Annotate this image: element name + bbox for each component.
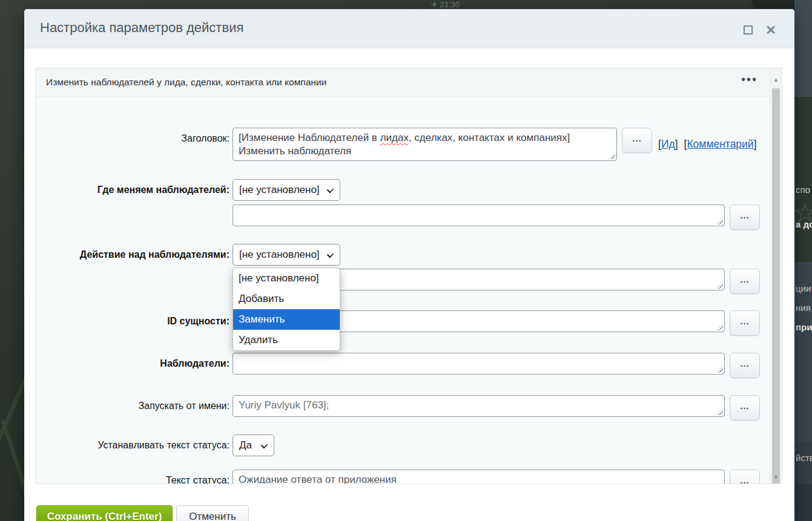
dropdown-option-add[interactable]: Добавить — [233, 289, 340, 309]
vertical-scrollbar[interactable]: ▲ ▼ — [770, 68, 782, 483]
cancel-button[interactable]: Отменить — [176, 505, 249, 521]
bracket: ] — [675, 138, 678, 150]
field-row-action: Действие над наблюдателями: [не установл… — [36, 244, 340, 266]
save-button[interactable]: Сохранить (Ctrl+Enter) — [36, 505, 173, 521]
set-status-value: Да — [239, 439, 252, 451]
run-as-label: Запускать от имени: — [36, 395, 229, 417]
insert-links: [Ид][Комментарий] — [658, 138, 757, 151]
background-text-fragment: а до — [796, 219, 812, 229]
action-section-header: Изменить наблюдателей у лида, сделки, ко… — [36, 68, 782, 97]
title-text: , сделках, контактах и компаниях] — [409, 132, 570, 143]
title-more-button[interactable]: ... — [622, 128, 652, 153]
set-status-label: Устанавливать текст статуса: — [36, 434, 229, 456]
resize-handle-icon[interactable] — [716, 218, 723, 224]
entity-id-more-button[interactable]: ... — [730, 310, 760, 336]
title-text: [Изменение Наблюдателей в — [239, 132, 380, 143]
observers-label: Наблюдатели: — [36, 353, 229, 375]
status-textarea[interactable]: Ожидание ответа от приложения — [233, 470, 725, 484]
background-text-fragment: при — [796, 322, 812, 332]
action-form-panel: Изменить наблюдателей у лида, сделки, ко… — [35, 68, 782, 484]
background-clock: ✈ 21:30 — [431, 0, 460, 9]
background-text-fragment: ния — [796, 303, 811, 313]
field-row-title: Заголовок: [Изменение Наблюдателей в лид… — [36, 128, 757, 161]
action-select-value: [не установлено] — [239, 249, 320, 261]
maximize-icon — [744, 25, 753, 34]
chevron-down-icon — [261, 442, 268, 448]
run-as-more-button[interactable]: ... — [730, 395, 760, 421]
resize-handle-icon[interactable] — [716, 324, 723, 330]
bracket: ] — [754, 138, 757, 150]
background-panel — [794, 0, 812, 97]
action-select-dropdown: [не установлено] Добавить Заменить Удали… — [233, 267, 340, 351]
resize-handle-icon[interactable] — [716, 408, 723, 415]
close-icon: ✕ — [765, 23, 776, 37]
run-as-textarea[interactable]: Yuriy Pavlyuk [763]; — [233, 395, 725, 417]
id-link[interactable]: Ид — [661, 138, 675, 150]
background-text-fragment: йств — [796, 453, 812, 463]
field-row-entity-id: ID сущности: ... — [36, 310, 760, 336]
dropdown-option-not-set[interactable]: [не установлено] — [233, 268, 340, 289]
section-menu-button[interactable]: ••• — [741, 73, 758, 87]
close-button[interactable]: ✕ — [764, 24, 777, 37]
action-settings-dialog: Настройка параметров действия ✕ Изменить… — [24, 9, 794, 521]
where-more-button[interactable]: ... — [730, 205, 760, 230]
resize-handle-icon[interactable] — [716, 366, 723, 373]
dropdown-option-delete[interactable]: Удалить — [233, 330, 340, 350]
field-row-observers: Наблюдатели: ... — [36, 353, 760, 378]
action-more-button[interactable]: ... — [730, 269, 760, 294]
field-row-where: Где меняем наблюдателей: [не установлено… — [36, 179, 340, 201]
where-select-value: [не установлено] — [239, 184, 320, 196]
spacer — [36, 269, 229, 290]
dialog-footer: Сохранить (Ctrl+Enter) Отменить — [24, 484, 794, 521]
status-text-label: Текст статуса: — [36, 470, 229, 484]
field-row-status-text: Текст статуса: Ожидание ответа от прилож… — [36, 470, 760, 484]
background-panel — [794, 484, 812, 521]
where-textarea[interactable] — [233, 205, 725, 226]
field-row-action-value: ... — [36, 269, 760, 294]
observers-more-button[interactable]: ... — [730, 353, 760, 378]
resize-handle-icon[interactable] — [716, 282, 723, 289]
background-panel — [794, 97, 812, 262]
set-status-select[interactable]: Да — [233, 434, 274, 456]
spacer — [36, 205, 229, 226]
comment-link[interactable]: Комментарий — [687, 138, 753, 150]
background-panel — [794, 442, 812, 484]
field-row-run-as: Запускать от имени: Yuriy Pavlyuk [763];… — [36, 395, 760, 421]
scroll-up-icon[interactable]: ▲ — [770, 76, 782, 83]
action-select[interactable]: [не установлено] — [233, 244, 340, 266]
where-select[interactable]: [не установлено] — [233, 179, 340, 201]
background-text-fragment: ции — [796, 283, 811, 293]
where-label: Где меняем наблюдателей: — [36, 179, 229, 201]
background-text-fragment: спо — [796, 185, 810, 195]
chevron-down-icon — [327, 186, 334, 193]
status-text-value: Ожидание ответа от приложения — [239, 474, 397, 484]
dialog-header: Настройка параметров действия ✕ — [24, 9, 794, 48]
background-menu-strip: ☆ спо а до ции ния при йств — [794, 0, 812, 521]
scroll-down-icon[interactable]: ▼ — [770, 474, 782, 480]
field-row-set-status: Устанавливать текст статуса: Да — [36, 434, 274, 456]
status-more-button[interactable]: ... — [730, 470, 760, 484]
resize-handle-icon[interactable] — [609, 152, 615, 159]
chevron-down-icon — [327, 251, 334, 258]
action-section-title: Изменить наблюдателей у лида, сделки, ко… — [46, 77, 326, 88]
run-as-value: Yuriy Pavlyuk [763]; — [239, 399, 329, 411]
dropdown-option-replace[interactable]: Заменить — [233, 309, 340, 330]
title-label: Заголовок: — [36, 128, 229, 149]
field-row-where-value: ... — [36, 205, 760, 230]
title-text-line2: Изменить наблюдателя — [239, 145, 351, 157]
action-label: Действие над наблюдателями: — [36, 244, 229, 266]
title-textarea[interactable]: [Изменение Наблюдателей в лидах, сделках… — [233, 128, 617, 161]
observers-textarea[interactable] — [233, 353, 725, 375]
dialog-title: Настройка параметров действия — [40, 20, 243, 36]
title-text-misspelled: лидах — [380, 132, 409, 143]
maximize-button[interactable] — [741, 24, 754, 37]
entity-id-label: ID сущности: — [36, 310, 229, 332]
scrollbar-thumb[interactable] — [772, 88, 780, 484]
